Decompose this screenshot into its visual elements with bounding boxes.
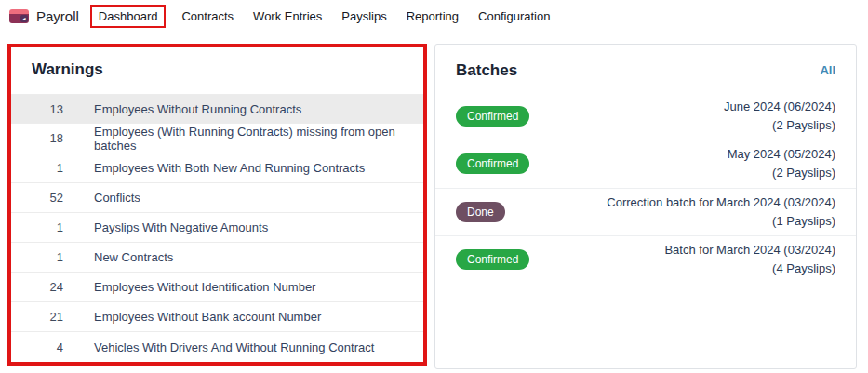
warning-row[interactable]: 13 Employees Without Running Contracts [11, 94, 423, 124]
batch-info: June 2024 (06/2024) (2 Payslips) [724, 98, 835, 135]
warnings-panel: Warnings 13 Employees Without Running Co… [7, 44, 427, 366]
batch-row[interactable]: Confirmed Batch for March 2024 (03/2024)… [435, 235, 856, 283]
warning-row[interactable]: 18 Employees (With Running Contracts) mi… [11, 124, 423, 153]
batch-info: Batch for March 2024 (03/2024) (4 Paysli… [664, 241, 835, 278]
warning-row[interactable]: 4 Vehicles With Drivers And Without Runn… [11, 332, 423, 362]
batches-title: Batches [456, 61, 517, 80]
nav-item-contracts[interactable]: Contracts [173, 5, 242, 28]
status-badge: Confirmed [456, 249, 529, 270]
warning-count: 24 [11, 280, 63, 294]
warning-label: Employees (With Running Contracts) missi… [94, 125, 423, 153]
warning-count: 21 [11, 310, 63, 324]
batch-name: June 2024 (06/2024) [724, 100, 835, 113]
warning-row[interactable]: 1 Employees With Both New And Running Co… [11, 153, 423, 183]
warning-row[interactable]: 1 New Contracts [11, 243, 423, 273]
batch-info: May 2024 (05/2024) (2 Payslips) [728, 145, 835, 182]
warning-label: Vehicles With Drivers And Without Runnin… [94, 340, 374, 354]
warning-count: 1 [11, 220, 63, 234]
warning-row[interactable]: 21 Employees Without Bank account Number [11, 302, 423, 332]
status-badge: Done [456, 202, 505, 222]
warning-label: Conflicts [94, 191, 140, 205]
batch-name: Correction batch for March 2024 (03/2024… [607, 195, 835, 209]
warnings-list: 13 Employees Without Running Contracts 1… [11, 94, 423, 362]
batch-payslip-count: (1 Payslips) [772, 214, 835, 228]
payroll-app-icon[interactable]: ◂ [9, 9, 29, 23]
batch-row[interactable]: Done Correction batch for March 2024 (03… [435, 188, 856, 235]
app-icon-arrow-badge: ◂ [20, 15, 28, 22]
dashboard-content: Warnings 13 Employees Without Running Co… [0, 33, 868, 369]
warning-count: 4 [11, 340, 63, 354]
status-badge: Confirmed [456, 153, 529, 174]
warning-row[interactable]: 24 Employees Without Identification Numb… [11, 273, 423, 302]
warning-label: Employees With Both New And Running Cont… [94, 161, 365, 175]
warning-label: New Contracts [94, 250, 173, 264]
batch-name: May 2024 (05/2024) [728, 147, 835, 161]
app-name: Payroll [36, 8, 79, 24]
nav-item-configuration[interactable]: Configuration [470, 5, 558, 28]
warning-label: Employees Without Running Contracts [94, 102, 301, 116]
batches-list: Confirmed June 2024 (06/2024) (2 Payslip… [435, 93, 856, 283]
warning-label: Employees Without Identification Number [94, 280, 315, 294]
batches-all-link[interactable]: All [820, 63, 835, 77]
batch-row[interactable]: Confirmed May 2024 (05/2024) (2 Payslips… [435, 140, 856, 187]
batches-header: Batches All [435, 45, 856, 93]
batch-info: Correction batch for March 2024 (03/2024… [607, 193, 835, 231]
batch-row[interactable]: Confirmed June 2024 (06/2024) (2 Payslip… [435, 93, 856, 140]
nav-item-reporting[interactable]: Reporting [398, 5, 467, 28]
warning-count: 13 [11, 102, 63, 116]
status-badge: Confirmed [456, 106, 529, 127]
nav-item-work-entries[interactable]: Work Entries [245, 5, 330, 28]
warning-label: Payslips With Negative Amounts [94, 220, 268, 234]
batch-payslip-count: (4 Payslips) [772, 261, 835, 275]
warning-count: 18 [11, 131, 63, 145]
warning-row[interactable]: 1 Payslips With Negative Amounts [11, 213, 423, 243]
warning-count: 52 [11, 191, 63, 205]
warning-row[interactable]: 52 Conflicts [11, 183, 423, 213]
warnings-title: Warnings [11, 47, 423, 94]
top-navbar: ◂ Payroll Dashboard Contracts Work Entri… [0, 0, 868, 33]
batch-payslip-count: (2 Payslips) [772, 118, 835, 132]
batches-panel: Batches All Confirmed June 2024 (06/2024… [434, 44, 857, 369]
batch-payslip-count: (2 Payslips) [772, 166, 835, 180]
nav-item-payslips[interactable]: Payslips [333, 5, 394, 28]
warning-count: 1 [11, 161, 63, 175]
warning-label: Employees Without Bank account Number [94, 310, 321, 324]
nav-item-dashboard[interactable]: Dashboard [90, 5, 167, 28]
batch-name: Batch for March 2024 (03/2024) [664, 243, 835, 257]
warning-count: 1 [11, 250, 63, 264]
